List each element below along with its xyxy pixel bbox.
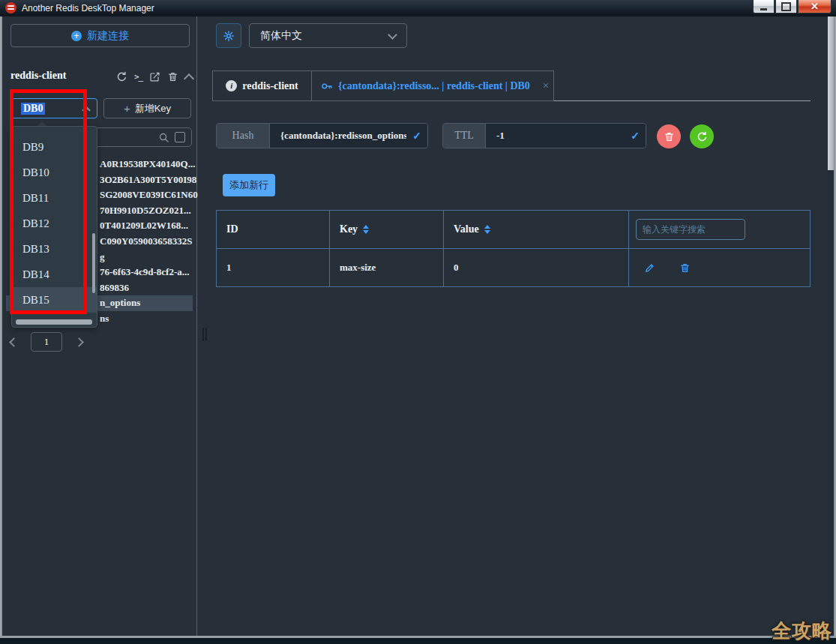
new-key-label: 新增Key	[135, 102, 171, 115]
info-icon: i	[226, 80, 237, 91]
db-select-value: DB0	[21, 103, 45, 115]
db-option[interactable]: DB10	[12, 160, 97, 185]
db-option[interactable]: DB13	[12, 236, 97, 262]
db-option[interactable]: DB11	[12, 185, 97, 211]
key-name-input[interactable]	[279, 129, 408, 142]
app-icon	[5, 2, 16, 13]
language-select[interactable]: 简体中文	[249, 23, 407, 48]
cell-actions	[629, 249, 810, 286]
window-border-left	[0, 16, 2, 638]
pane-resize-handle[interactable]	[202, 328, 207, 341]
maximize-button[interactable]	[775, 0, 797, 13]
refresh-key-button[interactable]	[690, 124, 714, 148]
refresh-icon	[697, 131, 708, 142]
chevron-up-icon	[82, 106, 90, 114]
ttl-confirm-icon[interactable]: ✓	[631, 130, 640, 142]
ttl-label: TTL	[443, 124, 486, 148]
search-icon	[158, 132, 169, 143]
refresh-icon[interactable]	[116, 71, 127, 82]
new-key-button[interactable]: + 新增Key	[103, 98, 191, 118]
edit-connection-icon[interactable]	[149, 71, 160, 82]
key-name-group: Hash ✓	[216, 123, 428, 148]
close-button[interactable]: ✕	[798, 0, 832, 13]
header-actions	[629, 211, 810, 249]
watermark: 全攻略	[772, 618, 832, 644]
db-dropdown: DB9 DB10 DB11 DB12 DB13 DB14 DB15	[11, 126, 97, 328]
header-value-label: Value	[454, 223, 479, 235]
tab-connection[interactable]: i reddis-client	[212, 70, 312, 101]
key-sort-icon[interactable]	[363, 225, 369, 234]
table-row: 1 max-size 0	[217, 249, 810, 286]
db-select[interactable]: DB0	[11, 98, 97, 118]
tab-key-label: {cantondata}:redisso... | reddis-client …	[338, 80, 530, 92]
prev-page-button[interactable]	[9, 337, 19, 347]
gear-icon	[223, 30, 235, 42]
tab-key[interactable]: {cantondata}:redisso... | reddis-client …	[311, 70, 554, 101]
db-option[interactable]: DB14	[12, 262, 97, 287]
pagination: 1	[10, 332, 82, 352]
plus-icon: +	[124, 102, 130, 115]
db-option[interactable]: DB12	[12, 211, 97, 236]
new-connection-button[interactable]: + 新建连接	[10, 24, 190, 47]
delete-connection-icon[interactable]	[167, 71, 178, 82]
header-key-label: Key	[340, 223, 358, 235]
collapse-connection-icon[interactable]	[184, 73, 194, 83]
header-id: ID	[217, 211, 330, 249]
ttl-input[interactable]	[495, 129, 626, 142]
db-option[interactable]: DB9	[12, 134, 97, 160]
header-value: Value	[444, 211, 629, 249]
tab-close-icon[interactable]: ×	[543, 80, 549, 91]
new-connection-label: 新建连接	[87, 29, 129, 43]
next-page-button[interactable]	[74, 337, 84, 347]
language-value: 简体中文	[260, 29, 302, 43]
cell-id: 1	[217, 249, 330, 286]
trash-icon	[664, 131, 675, 142]
exact-match-checkbox[interactable]	[175, 132, 185, 142]
minimize-button[interactable]	[753, 0, 775, 13]
tabbar-underline	[554, 100, 811, 101]
plus-circle-icon: +	[71, 31, 82, 41]
tab-connection-label: reddis-client	[242, 80, 298, 92]
close-icon: ✕	[811, 1, 819, 11]
ttl-group: TTL ✓	[442, 123, 646, 148]
page-number[interactable]: 1	[31, 332, 62, 352]
header-key: Key	[330, 211, 444, 249]
dropdown-scrollbar-vertical[interactable]	[92, 233, 95, 293]
key-confirm-icon[interactable]: ✓	[412, 130, 421, 142]
key-icon	[321, 80, 333, 92]
minimize-icon	[760, 8, 767, 10]
chevron-down-icon	[388, 30, 397, 40]
add-row-button[interactable]: 添加新行	[223, 174, 275, 196]
desktop-strip	[0, 638, 836, 644]
row-delete-button[interactable]	[679, 262, 691, 274]
row-edit-button[interactable]	[644, 262, 655, 274]
dropdown-scrollbar-horizontal[interactable]	[16, 319, 92, 325]
pane-divider	[196, 16, 197, 636]
cell-value: 0	[444, 249, 629, 286]
window-scrollbar-thumb[interactable]	[828, 16, 834, 170]
db-option-hovered[interactable]: DB15	[12, 287, 97, 313]
dropdown-arrow	[37, 121, 46, 126]
cell-key: max-size	[330, 249, 444, 286]
settings-button[interactable]	[216, 23, 241, 48]
connection-name: reddis-client	[10, 70, 66, 82]
key-type-label: Hash	[217, 124, 270, 148]
maximize-icon	[781, 2, 791, 11]
terminal-icon[interactable]: >_	[134, 72, 142, 82]
row-search-input[interactable]	[636, 219, 745, 240]
value-sort-icon[interactable]	[484, 225, 490, 234]
field-table: ID Key Value 1 max-size 0	[216, 210, 811, 287]
delete-key-button[interactable]	[657, 124, 681, 148]
window-title: Another Redis DeskTop Manager	[22, 0, 154, 16]
